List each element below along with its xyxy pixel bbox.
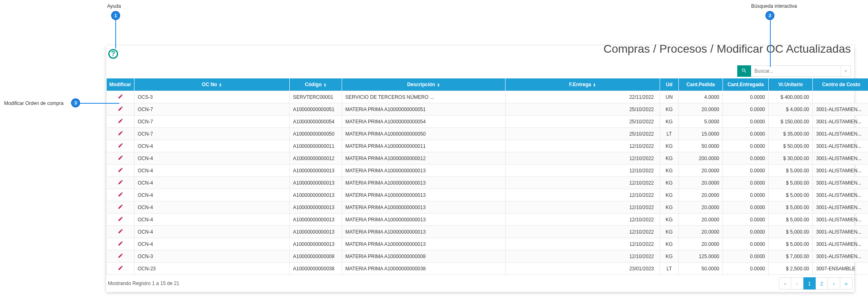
callout-badge-1: 1: [111, 11, 120, 20]
cell-ocno: OCN-4: [134, 201, 290, 214]
cell-centrocosto: 3001-ALISTAMIEN...: [813, 152, 868, 165]
cell-descripcion: MATERIA PRIMA A10000000000011: [342, 140, 506, 152]
sort-icon: ▲▼: [219, 83, 222, 87]
cell-codigo: A10000000000038: [290, 263, 342, 275]
callout-line-2: [770, 20, 771, 67]
cell-vrunitario: $ 2,500.00: [769, 263, 813, 275]
edit-icon[interactable]: [118, 167, 123, 174]
oc-table: Modificar OC No▲▼ Código▲▼ Descripción▲▼…: [106, 78, 868, 275]
cell-cantpedida: 20.0000: [679, 214, 723, 226]
main-panel: Compras / Procesos / Modificar OC Actual…: [106, 46, 854, 292]
cell-codigo: A10000000000012: [290, 152, 342, 165]
cell-ud: LT: [660, 263, 679, 275]
cell-cantpedida: 20.0000: [679, 189, 723, 201]
callout-badge-2: 2: [765, 11, 774, 20]
edit-icon[interactable]: [118, 143, 123, 149]
page-first[interactable]: «: [779, 277, 791, 290]
cell-codigo: A10000000000050: [290, 128, 342, 140]
page-next[interactable]: ›: [828, 277, 840, 290]
edit-icon[interactable]: [118, 155, 123, 162]
sort-icon: ▲▼: [323, 83, 327, 87]
cell-ocno: OCN-4: [134, 214, 290, 226]
cell-centrocosto: 3001-ALISTAMIEN...: [813, 250, 868, 263]
page-prev[interactable]: ‹: [791, 277, 803, 290]
table-row: OCN-7A10000000000051MATERIA PRIMA A10000…: [107, 103, 868, 116]
sort-icon: ▲▼: [593, 83, 596, 87]
table-row: OCN-23A10000000000038MATERIA PRIMA A1000…: [107, 263, 868, 275]
cell-fentrega: 12/10/2022: [506, 238, 660, 250]
cell-descripcion: MATERIA PRIMA A10000000000038: [342, 263, 506, 275]
cell-cantpedida: 200.0000: [679, 152, 723, 165]
cell-cantpedida: 50.0000: [679, 140, 723, 152]
edit-icon[interactable]: [118, 228, 123, 235]
cell-ud: KG: [660, 238, 679, 250]
cell-fentrega: 12/10/2022: [506, 250, 660, 263]
table-row: OCN-4A10000000000012MATERIA PRIMA A10000…: [107, 152, 868, 165]
col-codigo[interactable]: Código▲▼: [290, 78, 342, 91]
edit-icon[interactable]: [118, 216, 123, 223]
col-ocno[interactable]: OC No▲▼: [134, 78, 290, 91]
cell-cantpedida: 125.0000: [679, 250, 723, 263]
cell-codigo: A10000000000013: [290, 201, 342, 214]
cell-vrunitario: $ 5,000.00: [769, 214, 813, 226]
cell-cantpedida: 20.0000: [679, 177, 723, 189]
cell-cantpedida: 4.0000: [679, 91, 723, 103]
cell-vrunitario: $ 30,000.00: [769, 152, 813, 165]
search-bar: ×: [737, 65, 851, 77]
edit-icon[interactable]: [118, 204, 123, 211]
cell-cantentregada: 0.0000: [723, 152, 769, 165]
table-row: OCN-4A10000000000013MATERIA PRIMA A10000…: [107, 165, 868, 177]
edit-icon[interactable]: [118, 192, 123, 198]
cell-codigo: A10000000000013: [290, 238, 342, 250]
cell-cantentregada: 0.0000: [723, 214, 769, 226]
cell-fentrega: 12/10/2022: [506, 189, 660, 201]
cell-ocno: OCN-23: [134, 263, 290, 275]
cell-ocno: OCN-4: [134, 140, 290, 152]
edit-icon[interactable]: [118, 130, 123, 137]
pagination: « ‹ 1 2 › »: [779, 277, 852, 290]
cell-centrocosto: [813, 91, 868, 103]
cell-ud: KG: [660, 116, 679, 128]
page-1[interactable]: 1: [803, 277, 816, 290]
cell-codigo: A10000000000013: [290, 214, 342, 226]
page-2[interactable]: 2: [816, 277, 828, 290]
edit-icon[interactable]: [118, 179, 123, 186]
help-icon[interactable]: ?: [108, 49, 118, 59]
cell-descripcion: SERVICIO DE TERCEROS NÚMERO ...: [342, 91, 506, 103]
cell-centrocosto: 3001-ALISTAMIEN...: [813, 116, 868, 128]
cell-ocno: OCN-3: [134, 250, 290, 263]
table-row: OCN-4A10000000000013MATERIA PRIMA A10000…: [107, 201, 868, 214]
cell-centrocosto: 3001-ALISTAMIEN...: [813, 140, 868, 152]
edit-icon[interactable]: [118, 265, 123, 272]
cell-cantentregada: 0.0000: [723, 91, 769, 103]
close-icon: ×: [844, 68, 847, 74]
cell-cantpedida: 50.0000: [679, 263, 723, 275]
edit-icon[interactable]: [118, 253, 123, 260]
col-fentrega[interactable]: F.Entrega▲▼: [506, 78, 660, 91]
cell-centrocosto: 3001-ALISTAMIEN...: [813, 201, 868, 214]
cell-cantpedida: 20.0000: [679, 201, 723, 214]
cell-ud: KG: [660, 214, 679, 226]
callout-label-ayuda: Ayuda: [107, 3, 121, 9]
search-button[interactable]: [737, 65, 751, 77]
table-row: OCN-4A10000000000013MATERIA PRIMA A10000…: [107, 177, 868, 189]
edit-icon[interactable]: [118, 241, 123, 247]
page-last[interactable]: »: [840, 277, 852, 290]
edit-icon[interactable]: [118, 94, 123, 100]
search-input[interactable]: [751, 65, 841, 77]
cell-ocno: OCN-4: [134, 177, 290, 189]
col-descripcion[interactable]: Descripción▲▼: [342, 78, 506, 91]
cell-codigo: A10000000000013: [290, 177, 342, 189]
cell-ocno: OCN-4: [134, 226, 290, 238]
cell-codigo: A10000000000013: [290, 165, 342, 177]
cell-ocno: OCN-7: [134, 103, 290, 116]
edit-icon[interactable]: [118, 118, 123, 125]
cell-centrocosto: 3001-ALISTAMIEN...: [813, 238, 868, 250]
cell-fentrega: 23/01/2023: [506, 263, 660, 275]
cell-vrunitario: $ 5,000.00: [769, 238, 813, 250]
cell-centrocosto: 3001-ALISTAMIEN...: [813, 165, 868, 177]
search-clear-button[interactable]: ×: [841, 65, 851, 77]
edit-icon[interactable]: [118, 106, 123, 113]
cell-descripcion: MATERIA PRIMA A10000000000012: [342, 152, 506, 165]
cell-vrunitario: $ 5,000.00: [769, 189, 813, 201]
